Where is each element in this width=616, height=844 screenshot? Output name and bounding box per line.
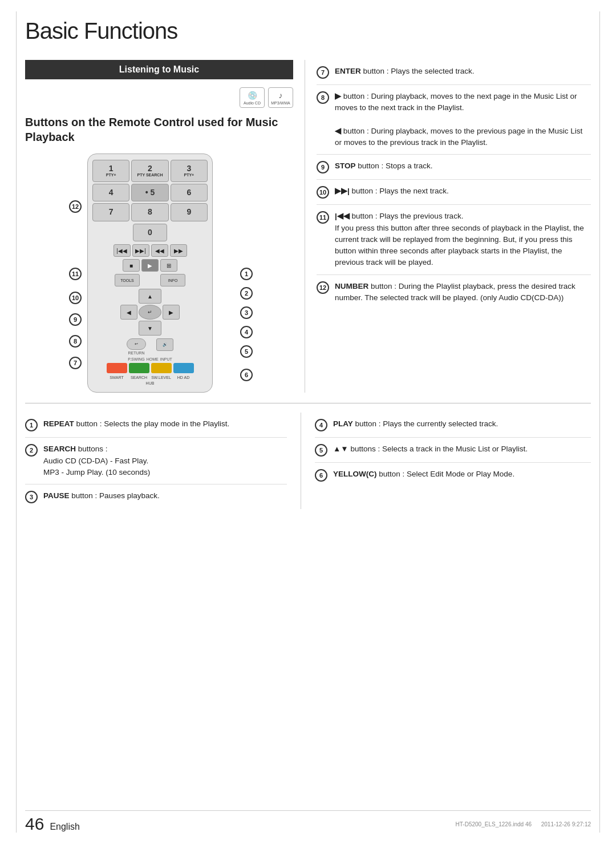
desc-item-3: 3 PAUSE button : Pauses playback. (25, 484, 287, 509)
desc-item-12: 12 NUMBER button : During the Playlist p… (317, 275, 591, 310)
bottom-left-descs: 1 REPEAT button : Selects the play mode … (25, 413, 301, 509)
page-footer: 46 English HT-D5200_ELS_1226.indd 46 201… (25, 810, 591, 834)
btn-9: 9 (171, 203, 208, 221)
page-title: Basic Functions (25, 18, 591, 44)
btn-7: 7 (92, 203, 129, 221)
num-7: 7 (317, 66, 329, 79)
num-3: 3 (25, 491, 38, 503)
btn-tools: TOOLS (115, 274, 140, 286)
desc-item-7: 7 ENTER button : Plays the selected trac… (317, 60, 591, 85)
desc-item-11: 11 |◀◀ button : Plays the previous track… (317, 205, 591, 274)
callout-10: 10 (69, 292, 82, 304)
dpad-enter: ↵ (139, 305, 161, 320)
btn-info: INFO (160, 274, 185, 286)
btn-prev-track: |◀◀ (114, 244, 131, 257)
num-10: 10 (317, 186, 329, 199)
left-border (16, 11, 17, 833)
btn-8: 8 (131, 203, 168, 221)
num-11: 11 (317, 211, 329, 224)
dpad-left: ◀ (120, 305, 137, 320)
btn-volume: 🔊 (156, 338, 173, 351)
mp3-wma-icon: ♪ MP3/WMA (268, 87, 293, 108)
callout-4: 4 (240, 326, 253, 338)
right-border (599, 11, 600, 833)
btn-play: ▶ (141, 259, 159, 272)
footer-file: HT-D5200_ELS_1226.indd 46 2011-12-26 9:2… (456, 821, 591, 827)
num-12: 12 (317, 281, 329, 294)
desc-item-6: 6 YELLOW(C) button : Select Edit Mode or… (315, 463, 591, 487)
desc-item-10: 10 ▶▶| button : Plays the next track. (317, 180, 591, 205)
section-header: Listening to Music (25, 60, 293, 79)
audio-cd-icon: 💿 Audio CD (240, 87, 265, 108)
dpad-down: ▼ (139, 321, 161, 336)
section-divider (25, 403, 591, 403)
btn-green-b (129, 363, 149, 373)
btn-next-track: ▶▶| (132, 244, 149, 257)
desc-item-8: 8 ▶ button : During playback, moves to t… (317, 85, 591, 155)
num-8: 8 (317, 91, 329, 104)
callout-12: 12 (69, 200, 82, 213)
btn-5: • 5 (131, 184, 168, 201)
btn-3: 3PTY+ (171, 160, 208, 182)
page-number: 46 (25, 814, 44, 834)
btn-yellow-c (151, 363, 172, 373)
btn-ffwd: ▶▶ (170, 244, 187, 257)
desc-item-9: 9 STOP button : Stops a track. (317, 155, 591, 180)
desc-item-1: 1 REPEAT button : Selects the play mode … (25, 413, 287, 438)
callout-9: 9 (69, 313, 82, 326)
right-column: 7 ENTER button : Plays the selected trac… (305, 60, 591, 393)
desc-item-2: 2 SEARCH buttons : Audio CD (CD-DA) - Fa… (25, 438, 287, 484)
subsection-title: Buttons on the Remote Control used for M… (25, 115, 293, 144)
btn-0: 0 (133, 224, 167, 241)
num-9: 9 (317, 161, 329, 173)
btn-rewind: ◀◀ (151, 244, 168, 257)
btn-2: 2PTY SEARCH (131, 160, 168, 182)
callout-7: 7 (69, 357, 82, 369)
btn-1: 1PTY+ (92, 160, 129, 182)
media-icons: 💿 Audio CD ♪ MP3/WMA (25, 87, 293, 108)
callout-3: 3 (240, 306, 253, 319)
callout-11: 11 (69, 268, 82, 280)
bottom-right-descs: 4 PLAY button : Plays the currently sele… (315, 413, 591, 509)
btn-4: 4 (92, 184, 129, 201)
btn-red-a (107, 363, 127, 373)
btn-stop: ■ (123, 259, 140, 272)
btn-return: ↩ (127, 338, 146, 350)
num-6: 6 (315, 469, 327, 482)
btn-6: 6 (171, 184, 208, 201)
remote-diagram: 12 11 10 9 8 7 1 2 3 4 5 6 (62, 154, 256, 393)
num-1: 1 (25, 419, 38, 431)
left-column: Listening to Music 💿 Audio CD ♪ MP3/WMA … (25, 60, 305, 393)
remote-body: 1PTY+ 2PTY SEARCH 3PTY+ 4 • 5 6 7 8 9 (87, 154, 213, 393)
dpad-up: ▲ (139, 289, 161, 304)
bottom-grid: 1 REPEAT button : Selects the play mode … (25, 413, 591, 509)
page: Basic Functions Listening to Music 💿 Aud… (0, 0, 616, 844)
num-5: 5 (315, 444, 327, 457)
btn-grid: ⊞ (160, 259, 177, 272)
num-4: 4 (315, 419, 327, 431)
callout-6: 6 (240, 369, 253, 381)
num-2: 2 (25, 444, 38, 457)
page-language: English (50, 822, 79, 832)
dpad-right: ▶ (163, 305, 180, 320)
desc-item-5: 5 ▲▼ buttons : Selects a track in the Mu… (315, 438, 591, 463)
callout-5: 5 (240, 345, 253, 358)
callout-8: 8 (69, 335, 82, 348)
callout-1: 1 (240, 268, 253, 280)
callout-2: 2 (240, 287, 253, 300)
btn-blue-d (173, 363, 194, 373)
desc-item-4: 4 PLAY button : Plays the currently sele… (315, 413, 591, 438)
bottom-section: 1 REPEAT button : Selects the play mode … (25, 403, 591, 509)
